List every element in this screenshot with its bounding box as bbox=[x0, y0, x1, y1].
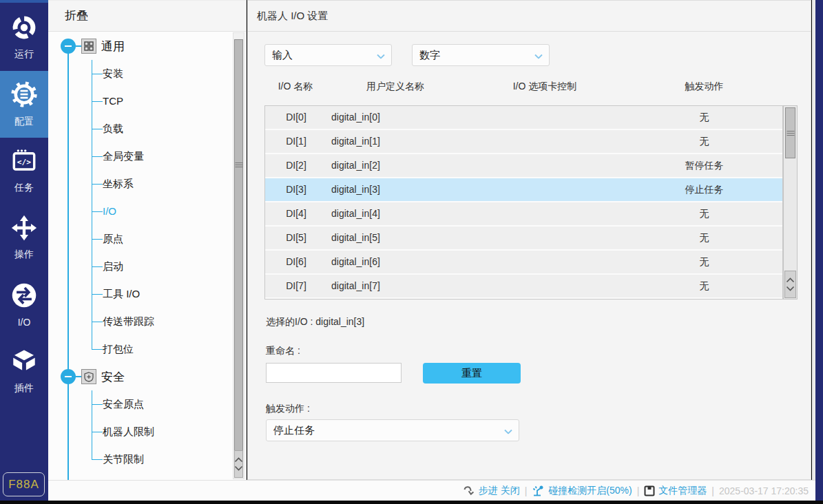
trigger-action-cell: 无 bbox=[626, 130, 782, 153]
page-title: 机器人 I/O 设置 bbox=[248, 1, 811, 32]
run-icon bbox=[11, 14, 37, 43]
io-table-header: I/O 名称 用户定义名称 I/O 选项卡控制 触发动作 bbox=[264, 81, 783, 93]
tree-child-label: 传送带跟踪 bbox=[103, 315, 154, 327]
io-direction-value: 输入 bbox=[272, 49, 293, 62]
io-direction-select[interactable]: 输入 bbox=[264, 44, 392, 66]
tree-child-item[interactable]: 传送带跟踪 bbox=[48, 308, 246, 335]
file-manager-icon bbox=[644, 485, 655, 496]
io-name-cell: DI[3] bbox=[265, 178, 327, 201]
io-table-row[interactable]: DI[7] digital_in[7] 无 bbox=[265, 275, 782, 299]
chevron-down-icon bbox=[534, 50, 543, 61]
step-arrow-icon bbox=[463, 485, 475, 496]
config-tree-panel: 折叠 通用 安装TCP负载全局变量坐标系I/O原点启动工具 I/O传送带跟踪打包… bbox=[48, 0, 247, 480]
cube-icon bbox=[11, 348, 37, 377]
tree-child-item[interactable]: 坐标系 bbox=[48, 170, 246, 198]
tree-collapse-header[interactable]: 折叠 bbox=[48, 1, 246, 32]
collapse-minus-icon[interactable] bbox=[61, 39, 76, 54]
svg-text:</>: </> bbox=[17, 158, 32, 167]
tree-child-label: 原点 bbox=[103, 233, 123, 244]
sidebar-item-plugin[interactable]: 插件 bbox=[0, 338, 48, 405]
sidebar-item-label: 配置 bbox=[14, 116, 34, 128]
tab-control-cell bbox=[465, 154, 626, 177]
tab-control-cell bbox=[465, 227, 626, 249]
scroll-down-icon[interactable] bbox=[234, 465, 243, 471]
io-table-row[interactable]: DI[1] digital_in[1] 无 bbox=[265, 130, 782, 154]
scroll-up-icon[interactable] bbox=[234, 457, 243, 463]
sidebar-item-run[interactable]: 运行 bbox=[0, 4, 48, 71]
sidebar-nav: 运行 配置 </> 任务 操作 bbox=[0, 4, 48, 405]
sidebar-item-label: 插件 bbox=[14, 382, 34, 395]
scrollbar-grip bbox=[786, 131, 794, 136]
sidebar-item-label: 运行 bbox=[14, 48, 34, 61]
collision-detect-status[interactable]: 碰撞检测开启(50%) bbox=[532, 485, 632, 497]
rename-input[interactable] bbox=[266, 363, 402, 383]
status-separator: | bbox=[525, 485, 528, 496]
tree-child-label: 工具 I/O bbox=[103, 288, 140, 300]
io-table-row[interactable]: DI[3] digital_in[3] 停止任务 bbox=[265, 178, 782, 202]
sidebar-item-io[interactable]: I/O bbox=[0, 271, 48, 338]
trigger-action-select[interactable]: 停止任务 bbox=[266, 419, 519, 441]
io-kind-select[interactable]: 数字 bbox=[412, 44, 550, 66]
tree-child-item[interactable]: 负载 bbox=[48, 115, 246, 143]
chevron-down-icon bbox=[377, 50, 385, 61]
file-manager-status[interactable]: 文件管理器 bbox=[644, 485, 707, 497]
tree-child-item[interactable]: 打包位 bbox=[48, 335, 246, 363]
scrollbar-grip bbox=[235, 162, 242, 168]
trigger-action-label: 触发动作 : bbox=[266, 403, 310, 415]
robot-model-badge[interactable]: F88A bbox=[3, 472, 45, 496]
status-separator: | bbox=[711, 485, 714, 496]
sidebar-item-task[interactable]: </> 任务 bbox=[0, 138, 48, 204]
tree-child-item[interactable]: 安装 bbox=[48, 60, 246, 87]
tree-node-general[interactable]: 通用 bbox=[48, 32, 246, 60]
io-name-cell: DI[1] bbox=[265, 130, 327, 153]
column-io-name: I/O 名称 bbox=[264, 81, 326, 93]
tree-child-label: 安装 bbox=[103, 67, 123, 79]
move-arrows-icon bbox=[11, 215, 37, 244]
reset-button[interactable]: 重置 bbox=[423, 363, 521, 384]
rename-label: 重命名 : bbox=[266, 345, 300, 357]
scroll-down-icon[interactable] bbox=[786, 286, 795, 291]
scroll-up-icon[interactable] bbox=[786, 277, 795, 283]
io-table-row[interactable]: DI[5] digital_in[5] 无 bbox=[265, 227, 782, 251]
sidebar-item-operate[interactable]: 操作 bbox=[0, 204, 48, 271]
tree-child-item[interactable]: 原点 bbox=[48, 225, 246, 253]
step-mode-status[interactable]: 步进 关闭 bbox=[463, 485, 520, 497]
tree-connector bbox=[76, 45, 81, 47]
file-manager-label: 文件管理器 bbox=[658, 485, 707, 497]
trigger-action-cell: 无 bbox=[626, 227, 782, 249]
sidebar: 运行 配置 </> 任务 操作 bbox=[0, 0, 48, 501]
tree-child-label: 负载 bbox=[103, 123, 123, 134]
config-tree: 通用 安装TCP负载全局变量坐标系I/O原点启动工具 I/O传送带跟踪打包位 安… bbox=[48, 32, 246, 480]
status-bar: 步进 关闭 | 碰撞检测开启(50%) | 文件管理器 | 2025-03-17… bbox=[48, 480, 815, 501]
user-name-cell: digital_in[1] bbox=[327, 130, 465, 153]
tree-child-item[interactable]: 关节限制 bbox=[48, 445, 246, 473]
step-mode-label: 步进 关闭 bbox=[479, 485, 520, 497]
tree-child-label: 全局变量 bbox=[103, 150, 144, 162]
io-settings-panel: 机器人 I/O 设置 输入 数字 I/O 名称 用户定义名称 I/O 选项卡控制… bbox=[247, 0, 811, 480]
trigger-action-cell: 无 bbox=[626, 275, 782, 297]
tree-child-item[interactable]: 全局变量 bbox=[48, 143, 246, 170]
io-table-row[interactable]: DI[6] digital_in[6] 无 bbox=[265, 251, 782, 275]
table-scrollbar-thumb[interactable] bbox=[785, 107, 795, 158]
tree-child-item[interactable]: 工具 I/O bbox=[48, 280, 246, 308]
tree-child-item[interactable]: 安全原点 bbox=[48, 390, 246, 418]
tree-child-item[interactable]: TCP bbox=[48, 87, 246, 115]
sidebar-item-config[interactable]: 配置 bbox=[0, 71, 48, 138]
tree-node-safety[interactable]: 安全 bbox=[48, 363, 246, 390]
tree-child-item[interactable]: I/O bbox=[48, 198, 246, 225]
sidebar-item-label: 任务 bbox=[14, 182, 34, 194]
code-window-icon: </> bbox=[11, 148, 37, 177]
tree-child-item[interactable]: 启动 bbox=[48, 253, 246, 280]
user-name-cell: digital_in[0] bbox=[327, 106, 465, 129]
tree-scrollbar-thumb[interactable] bbox=[234, 39, 243, 452]
io-table-row[interactable]: DI[2] digital_in[2] 暂停任务 bbox=[265, 154, 782, 178]
tab-control-cell bbox=[465, 178, 626, 201]
user-name-cell: digital_in[7] bbox=[327, 275, 465, 297]
column-user-name: 用户定义名称 bbox=[326, 81, 464, 93]
tab-control-cell bbox=[465, 106, 626, 129]
io-table-row[interactable]: DI[0] digital_in[0] 无 bbox=[265, 106, 782, 130]
tree-child-item[interactable]: 机器人限制 bbox=[48, 418, 246, 445]
io-table-row[interactable]: DI[4] digital_in[4] 无 bbox=[265, 202, 782, 227]
clock-timestamp: 2025-03-17 17:20:35 bbox=[719, 485, 809, 496]
collapse-minus-icon[interactable] bbox=[61, 369, 76, 384]
